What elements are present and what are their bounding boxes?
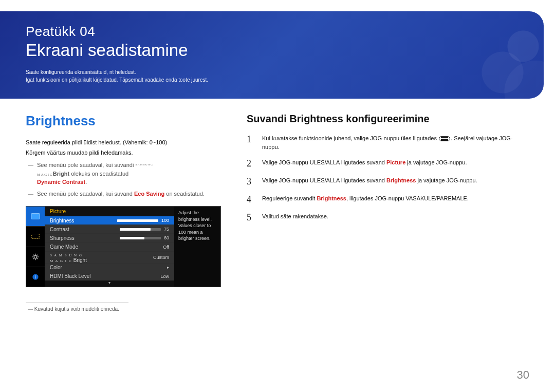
osd-row-value: 60 — [120, 235, 169, 240]
step-number: 2 — [247, 158, 254, 169]
menu-icon — [439, 136, 450, 141]
svg-point-2 — [34, 255, 37, 258]
osd-row-magicbright[interactable]: S A M S U N GM A G I C BrightCustom — [45, 251, 174, 263]
step-number: 4 — [247, 194, 254, 205]
chapter-label: Peatükk 04 — [26, 24, 518, 40]
chevron-right-icon: ▸ — [167, 265, 169, 270]
step-text: Kui kuvatakse funktsioonide juhend, vali… — [262, 134, 529, 151]
step-text: Valige JOG-nuppu ÜLES/ALLA liigutades su… — [262, 158, 467, 169]
osd-row-color[interactable]: Color▸ — [45, 263, 174, 272]
step-4: 4Reguleerige suvandit Brightness, liigut… — [247, 194, 529, 205]
osd-row-label: Game Mode — [50, 244, 78, 250]
dynamic-contrast-label: Dynamic Contrast — [37, 179, 85, 185]
osd-row-label: Sharpness — [50, 235, 75, 241]
osd-row-label: Contrast — [50, 227, 69, 232]
step-3: 3Valige JOG-nuppu ÜLES/ALLA liigutades s… — [247, 176, 529, 187]
osd-row-contrast[interactable]: Contrast75 — [45, 225, 174, 233]
osd-row-value: ▸ — [167, 265, 169, 270]
osd-icon-picture[interactable] — [26, 207, 45, 227]
osd-row-value: Low — [160, 274, 169, 279]
osd-row-label: HDMI Black Level — [50, 273, 90, 279]
note-list: See menüü pole saadaval, kui suvandi SAM… — [26, 161, 221, 198]
step-number: 3 — [247, 176, 254, 187]
chapter-banner: Peatükk 04 Ekraani seadistamine Saate ko… — [0, 11, 544, 99]
osd-row-value: Custom — [153, 255, 169, 260]
osd-row-label: S A M S U N GM A G I C Bright — [50, 252, 87, 263]
step-text: Valige JOG-nuppu ÜLES/ALLA liigutades su… — [262, 176, 477, 187]
osd-icon-settings[interactable] — [26, 247, 45, 267]
osd-panel: i Picture Brightness100Contrast75Sharpne… — [26, 206, 221, 287]
osd-row-value: 75 — [120, 227, 169, 232]
banner-sub2: Igat funktsiooni on põhjalikult kirjelda… — [26, 77, 518, 83]
osd-row-game-mode[interactable]: Game ModeOff — [45, 242, 174, 251]
step-5: 5Valitud säte rakendatakse. — [247, 212, 529, 223]
note-item-2: See menüü pole saadaval, kui suvand Eco … — [26, 190, 221, 198]
osd-main: Picture Brightness100Contrast75Sharpness… — [45, 207, 174, 287]
osd-row-label: Brightness — [50, 218, 74, 223]
paragraph-range: Saate reguleerida pildi üldist heledust.… — [26, 139, 221, 145]
svg-rect-1 — [32, 234, 39, 239]
note-item-1: See menüü pole saadaval, kui suvandi SAM… — [26, 161, 221, 186]
section-heading-config: Suvandi Brightness konfigureerimine — [247, 113, 529, 125]
section-heading-brightness: Brightness — [26, 113, 221, 129]
osd-title: Picture — [45, 207, 174, 216]
right-column: Suvandi Brightness konfigureerimine 1Kui… — [247, 113, 529, 312]
footnote-rule — [26, 303, 128, 303]
svg-line-8 — [37, 258, 38, 258]
osd-row-value: Off — [163, 245, 169, 250]
step-number: 1 — [247, 134, 254, 151]
osd-sidebar: i — [26, 207, 45, 287]
osd-row-value: 100 — [117, 218, 169, 223]
svg-line-7 — [33, 254, 34, 255]
osd-scroll-down-icon[interactable] — [45, 281, 174, 287]
step-2: 2Valige JOG-nuppu ÜLES/ALLA liigutades s… — [247, 158, 529, 169]
step-text: Reguleerige suvandit Brightness, liiguta… — [262, 194, 469, 205]
step-text: Valitud säte rakendatakse. — [262, 212, 328, 223]
osd-icon-options[interactable] — [26, 227, 45, 247]
osd-tooltip: Adjust the brightness level. Values clos… — [174, 207, 220, 287]
footnote: Kuvatud kujutis võib mudeliti erineda. — [26, 306, 221, 312]
svg-text:i: i — [35, 275, 36, 279]
osd-row-sharpness[interactable]: Sharpness60 — [45, 233, 174, 242]
svg-line-10 — [33, 258, 34, 258]
osd-icon-info[interactable]: i — [26, 267, 45, 287]
svg-rect-0 — [31, 214, 40, 219]
steps-list: 1Kui kuvatakse funktsioonide juhend, val… — [247, 134, 529, 223]
banner-sub1: Saate konfigureerida ekraanisätteid, nt … — [26, 69, 518, 75]
svg-line-9 — [37, 254, 38, 255]
chapter-title: Ekraani seadistamine — [26, 41, 518, 60]
osd-row-brightness[interactable]: Brightness100 — [45, 216, 174, 225]
eco-saving-label: Eco Saving — [134, 191, 164, 197]
left-column: Brightness Saate reguleerida pildi üldis… — [26, 113, 221, 312]
step-1: 1Kui kuvatakse funktsioonide juhend, val… — [247, 134, 529, 151]
paragraph-higher: Kõrgem väärtus muudab pildi heledamaks. — [26, 150, 221, 156]
step-number: 5 — [247, 212, 254, 223]
osd-rows: Brightness100Contrast75Sharpness60Game M… — [45, 216, 174, 281]
osd-row-label: Color — [50, 265, 62, 270]
osd-row-hdmi-black-level[interactable]: HDMI Black LevelLow — [45, 272, 174, 281]
page-number: 30 — [517, 368, 529, 382]
